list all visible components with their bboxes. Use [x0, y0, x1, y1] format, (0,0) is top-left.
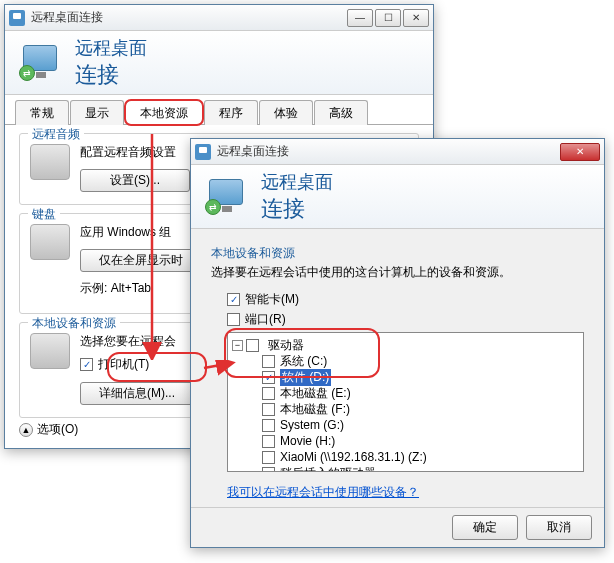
drive-checkbox[interactable] [262, 419, 275, 432]
drives-label: 驱动器 [268, 337, 304, 354]
drive-checkbox[interactable] [262, 371, 275, 384]
close-button[interactable]: ✕ [560, 143, 600, 161]
group-title-audio: 远程音频 [28, 126, 84, 143]
minimize-button[interactable]: — [347, 9, 373, 27]
drive-checkbox[interactable] [262, 451, 275, 464]
tree-item-z[interactable]: XiaoMi (\\192.168.31.1) (Z:) [232, 449, 579, 465]
tabs: 常规 显示 本地资源 程序 体验 高级 [5, 99, 433, 125]
options-toggle[interactable]: ▲ 选项(O) [19, 421, 78, 438]
banner-line1: 远程桌面 [75, 36, 147, 60]
window-title: 远程桌面连接 [217, 143, 560, 160]
rdc-banner-icon [19, 43, 63, 83]
smartcard-label: 智能卡(M) [245, 291, 299, 308]
maximize-button[interactable]: ☐ [375, 9, 401, 27]
keyboard-mode-dropdown[interactable]: 仅在全屏显示时 [80, 249, 202, 272]
rdc-details-dialog: 远程桌面连接 ✕ 远程桌面 连接 本地设备和资源 选择要在远程会话中使用的这台计… [190, 138, 605, 548]
tab-general[interactable]: 常规 [15, 100, 69, 125]
ok-button[interactable]: 确定 [452, 515, 518, 540]
banner: 远程桌面 连接 [191, 165, 604, 229]
tree-item-e[interactable]: 本地磁盘 (E:) [232, 385, 579, 401]
window-title: 远程桌面连接 [31, 9, 347, 26]
close-button[interactable]: ✕ [403, 9, 429, 27]
ports-checkbox[interactable] [227, 313, 240, 326]
section-desc: 选择要在远程会话中使用的这台计算机上的设备和资源。 [211, 264, 584, 281]
printer-checkbox[interactable] [80, 358, 93, 371]
rdc-icon [195, 144, 211, 160]
help-link[interactable]: 我可以在远程会话中使用哪些设备？ [227, 484, 419, 501]
tree-item-c[interactable]: 系统 (C:) [232, 353, 579, 369]
tree-root-drives[interactable]: − 驱动器 [232, 337, 579, 353]
drive-label: 本地磁盘 (F:) [280, 401, 350, 418]
collapse-icon[interactable]: − [232, 340, 243, 351]
drives-tree[interactable]: − 驱动器 系统 (C:) 软件 (D:) 本地磁盘 (E:) 本地磁盘 (F:… [227, 332, 584, 472]
titlebar: 远程桌面连接 ✕ [191, 139, 604, 165]
tree-item-h[interactable]: Movie (H:) [232, 433, 579, 449]
tree-item-g[interactable]: System (G:) [232, 417, 579, 433]
drive-label: Movie (H:) [280, 434, 335, 448]
smartcard-checkbox-row[interactable]: 智能卡(M) [227, 291, 584, 308]
chevron-up-icon: ▲ [19, 423, 33, 437]
ports-checkbox-row[interactable]: 端口(R) [227, 311, 584, 328]
speaker-icon [30, 144, 70, 180]
titlebar: 远程桌面连接 — ☐ ✕ [5, 5, 433, 31]
drive-label: 系统 (C:) [280, 353, 327, 370]
rdc-banner-icon [205, 177, 249, 217]
drive-label: 本地磁盘 (E:) [280, 385, 351, 402]
drive-label: 软件 (D:) [280, 369, 331, 386]
cancel-button[interactable]: 取消 [526, 515, 592, 540]
drive-checkbox[interactable] [262, 435, 275, 448]
section-title: 本地设备和资源 [211, 245, 584, 262]
drive-label: XiaoMi (\\192.168.31.1) (Z:) [280, 450, 427, 464]
printer-label: 打印机(T) [98, 356, 149, 373]
tab-programs[interactable]: 程序 [204, 100, 258, 125]
tree-item-later[interactable]: 稍后插入的驱动器 [232, 465, 579, 472]
tree-item-f[interactable]: 本地磁盘 (F:) [232, 401, 579, 417]
rdc-icon [9, 10, 25, 26]
devices-icon [30, 333, 70, 369]
details-button[interactable]: 详细信息(M)... [80, 382, 194, 405]
group-title-keyboard: 键盘 [28, 206, 60, 223]
audio-settings-button[interactable]: 设置(S)... [80, 169, 190, 192]
tab-experience[interactable]: 体验 [259, 100, 313, 125]
ports-label: 端口(R) [245, 311, 286, 328]
tab-local-resources[interactable]: 本地资源 [125, 100, 203, 125]
drive-checkbox[interactable] [262, 387, 275, 400]
drive-label: 稍后插入的驱动器 [280, 465, 376, 473]
tab-display[interactable]: 显示 [70, 100, 124, 125]
banner-line2: 连接 [75, 60, 147, 90]
drive-checkbox[interactable] [262, 355, 275, 368]
options-label: 选项(O) [37, 421, 78, 438]
dialog-footer: 确定 取消 [191, 507, 604, 547]
tab-advanced[interactable]: 高级 [314, 100, 368, 125]
keyboard-icon [30, 224, 70, 260]
banner: 远程桌面 连接 [5, 31, 433, 95]
drive-label: System (G:) [280, 418, 344, 432]
drive-checkbox[interactable] [262, 467, 275, 473]
banner-line2: 连接 [261, 194, 333, 224]
group-title-local: 本地设备和资源 [28, 315, 120, 332]
tree-item-d[interactable]: 软件 (D:) [232, 369, 579, 385]
drive-checkbox[interactable] [262, 403, 275, 416]
banner-line1: 远程桌面 [261, 170, 333, 194]
drives-checkbox[interactable] [246, 339, 259, 352]
smartcard-checkbox[interactable] [227, 293, 240, 306]
